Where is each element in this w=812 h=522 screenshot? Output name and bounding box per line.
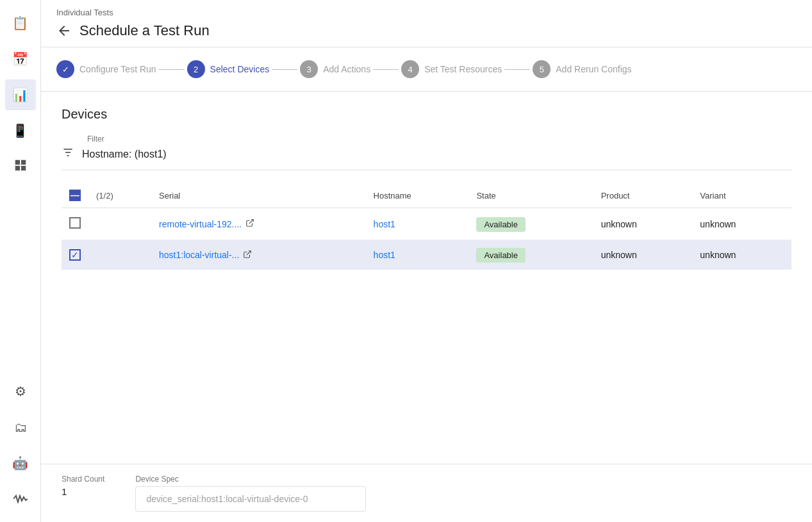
dashboard-icon	[13, 158, 28, 175]
page-title: Schedule a Test Run	[79, 22, 210, 39]
row2-checkbox-cell: ✓	[62, 240, 88, 270]
shard-count-value: 1	[62, 486, 104, 497]
android-icon: 🤖	[12, 455, 28, 471]
col-count: (1/2)	[88, 183, 151, 208]
step-4-circle: 4	[401, 60, 419, 78]
row1-serial-link[interactable]: remote-virtual-192....	[159, 218, 358, 229]
row1-hostname-link[interactable]: host1	[374, 219, 395, 229]
svg-rect-2	[15, 165, 19, 170]
step-3[interactable]: 3 Add Actions	[300, 60, 370, 78]
col-product: Product	[593, 183, 693, 208]
clipboard-icon: 📋	[12, 15, 28, 31]
table-row[interactable]: remote-virtual-192.... host1 Available u…	[62, 208, 791, 240]
sidebar-item-dashboard[interactable]	[5, 151, 36, 182]
col-variant: Variant	[692, 183, 791, 208]
sidebar-item-waveform[interactable]	[5, 484, 36, 514]
device-spec-value: device_serial:host1:local-virtual-device…	[146, 494, 308, 504]
sidebar-item-settings[interactable]: ⚙	[5, 376, 36, 407]
svg-rect-1	[21, 159, 25, 164]
device-spec-label: Device Spec	[135, 475, 366, 484]
step-2-circle: 2	[187, 60, 205, 78]
step-2[interactable]: 2 Select Devices	[187, 60, 270, 78]
connector-1-2	[159, 69, 185, 70]
row2-external-link-icon[interactable]	[243, 250, 252, 261]
row1-state: Available	[468, 208, 593, 240]
main-content: Individual Tests Schedule a Test Run ✓ C…	[41, 0, 812, 522]
step-3-label: Add Actions	[323, 64, 370, 74]
filter-label: Filter	[87, 135, 791, 143]
row2-variant: unknown	[692, 240, 791, 270]
sidebar-item-android[interactable]: 🤖	[5, 448, 36, 478]
table-header: — (1/2) Serial Hostname State Product Va…	[62, 183, 791, 208]
back-button[interactable]	[56, 23, 72, 38]
step-5[interactable]: 5 Add Rerun Configs	[533, 60, 631, 78]
svg-rect-3	[21, 165, 25, 170]
row2-serial-link[interactable]: host1:local-virtual-...	[159, 250, 358, 261]
step-5-circle: 5	[533, 60, 551, 78]
row2-hostname: host1	[366, 240, 469, 270]
row1-serial: remote-virtual-192....	[151, 208, 366, 240]
row1-empty-cell	[88, 208, 151, 240]
phone-icon: 📱	[12, 123, 28, 138]
devices-section-title: Devices	[62, 107, 791, 122]
filter-area: Filter Hostname: (host1)	[62, 135, 791, 170]
waveform-icon	[13, 492, 28, 507]
filter-icon[interactable]	[62, 146, 74, 162]
row1-variant: unknown	[692, 208, 791, 240]
row1-checkbox-cell	[62, 208, 88, 240]
row2-serial: host1:local-virtual-...	[151, 240, 366, 270]
content-area: Devices Filter Hostname: (host1) — (1/2)	[41, 92, 812, 464]
step-1-label: Configure Test Run	[79, 64, 156, 74]
col-hostname: Hostname	[366, 183, 469, 208]
sidebar: 📋 📅 📊 📱 ⚙ 🗂 🤖	[0, 0, 41, 522]
step-2-label: Select Devices	[210, 64, 270, 74]
step-5-label: Add Rerun Configs	[556, 64, 631, 74]
sidebar-item-calendar[interactable]: 📅	[5, 44, 36, 74]
row1-checkbox[interactable]	[69, 217, 81, 229]
row2-hostname-link[interactable]: host1	[374, 250, 395, 260]
sidebar-item-clipboard[interactable]: 📋	[5, 8, 36, 38]
col-checkbox: —	[62, 183, 88, 208]
col-state: State	[468, 183, 593, 208]
row1-product: unknown	[593, 208, 693, 240]
shard-count-field: Shard Count 1	[62, 475, 104, 512]
step-1[interactable]: ✓ Configure Test Run	[56, 60, 156, 78]
col-serial: Serial	[151, 183, 366, 208]
table-row[interactable]: ✓ host1:local-virtual-... host1	[62, 240, 791, 270]
sidebar-item-folder[interactable]: 🗂	[5, 412, 36, 443]
bottom-bar: Shard Count 1 Device Spec device_serial:…	[41, 464, 812, 522]
row2-checkbox[interactable]: ✓	[69, 249, 81, 261]
step-1-circle: ✓	[56, 60, 74, 78]
step-4-label: Set Test Resources	[424, 64, 502, 74]
device-spec-box: device_serial:host1:local-virtual-device…	[135, 486, 366, 512]
stepper: ✓ Configure Test Run 2 Select Devices 3 …	[41, 47, 812, 92]
settings-icon: ⚙	[15, 384, 26, 399]
bar-chart-icon: 📊	[12, 87, 28, 102]
row2-state: Available	[468, 240, 593, 270]
row2-state-badge: Available	[476, 248, 526, 263]
step-4[interactable]: 4 Set Test Resources	[401, 60, 502, 78]
svg-line-7	[249, 220, 253, 224]
row1-external-link-icon[interactable]	[245, 218, 254, 229]
breadcrumb: Individual Tests	[56, 8, 797, 17]
filter-value: Hostname: (host1)	[82, 149, 167, 160]
svg-line-8	[247, 250, 251, 254]
sidebar-item-phone[interactable]: 📱	[5, 115, 36, 146]
folder-icon: 🗂	[14, 420, 27, 435]
row1-hostname: host1	[366, 208, 469, 240]
devices-table: — (1/2) Serial Hostname State Product Va…	[62, 183, 791, 270]
device-spec-field: Device Spec device_serial:host1:local-vi…	[135, 475, 366, 512]
step-3-circle: 3	[300, 60, 318, 78]
calendar-icon: 📅	[12, 51, 28, 67]
connector-3-4	[373, 69, 399, 70]
row1-state-badge: Available	[476, 217, 526, 232]
row2-product: unknown	[593, 240, 693, 270]
sidebar-item-chart[interactable]: 📊	[5, 79, 36, 110]
row2-empty-cell	[88, 240, 151, 270]
connector-2-3	[272, 69, 297, 70]
shard-count-label: Shard Count	[62, 475, 104, 484]
select-all-checkbox[interactable]: —	[69, 190, 81, 201]
svg-rect-0	[15, 159, 19, 164]
connector-4-5	[504, 69, 530, 70]
selection-count: (1/2)	[96, 191, 113, 200]
